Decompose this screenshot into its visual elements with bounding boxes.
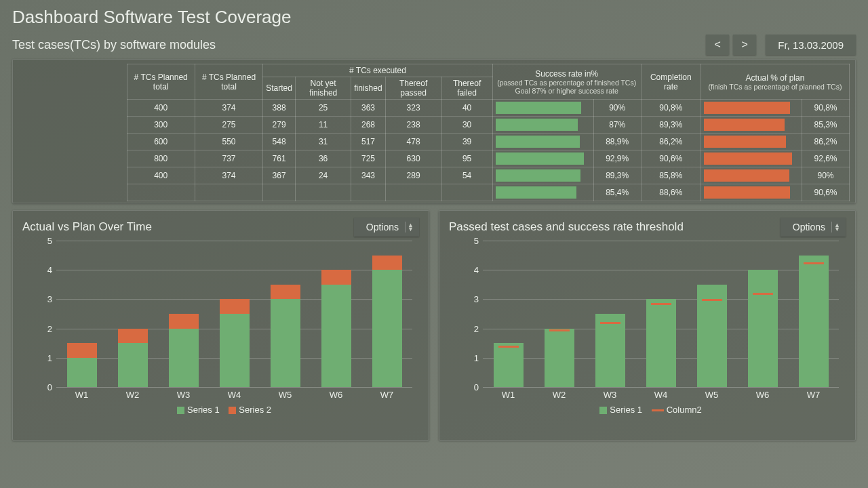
actual-title: Actual % of plan [704,73,846,83]
bar-group [158,241,209,387]
bar [321,270,351,387]
cell [263,184,296,201]
y-tick: 4 [474,265,479,275]
cell: 36 [295,150,351,167]
x-label: W3 [585,390,635,403]
chart-left-legend: Series 1 Series 2 [22,405,419,415]
cell: 11 [295,117,351,134]
x-label: W1 [56,390,107,403]
options-label: Options [793,222,825,232]
x-label: W6 [737,390,788,403]
cell [385,184,441,201]
bar [595,314,625,387]
cell: 323 [385,100,441,117]
cell: 548 [263,134,296,150]
cell [351,184,385,201]
subheader-bar: Test cases(TCs) by software modules < > … [12,35,856,55]
y-tick: 1 [47,352,52,363]
chart-left-panel: Actual vs Plan Over Time Options ▲▼ 0123… [12,210,429,441]
y-tick: 1 [474,352,479,363]
x-label: W3 [158,390,209,403]
col-planned2: # TCs Planned total [195,64,262,100]
plan-pct: 90,6% [802,184,850,201]
col-failed: Thereof failed [441,77,492,100]
plan-bar-cell [701,117,802,134]
bar-group [209,241,260,387]
plan-bar-cell [701,167,802,184]
cell: 54 [441,167,492,184]
y-tick: 0 [474,382,479,392]
threshold-marker [498,346,519,348]
cell: 95 [441,150,492,167]
x-label: W7 [361,390,412,403]
cell [18,167,127,184]
bar [545,329,574,387]
success-pct: 88,9% [593,134,641,150]
prev-button[interactable]: < [706,35,729,55]
bar-group [311,241,361,387]
cell [441,184,492,201]
plan-pct: 85,3% [802,117,850,134]
cell: 343 [351,167,385,184]
chart-left-title: Actual vs Plan Over Time [22,220,354,234]
success-bar-cell [492,100,593,117]
chart-right-options-button[interactable]: Options ▲▼ [781,218,846,237]
bar-group [585,241,635,387]
plan-pct: 90,8% [802,100,850,117]
chart-left-options-button[interactable]: Options ▲▼ [354,218,419,237]
options-label: Options [366,222,399,232]
next-button[interactable]: > [733,35,756,55]
col-started: Started [263,77,296,100]
cell: 600 [127,134,195,150]
table-row: 85,4%88,6%90,6% [18,184,850,201]
table-row: 800737761367256309592,9%90,6%92,6% [18,150,850,167]
bar-group [737,241,788,387]
x-label: W1 [483,390,534,403]
bar [748,270,778,387]
cell: 289 [385,167,441,184]
cell: 630 [385,150,441,167]
cell: 40 [441,100,492,117]
bar-group [788,241,839,387]
bar-group [361,241,412,387]
col-notfinished: Not yet finished [295,77,351,100]
y-tick: 0 [47,382,52,392]
success-pct: 89,3% [593,167,641,184]
plan-pct: 92,6% [802,150,850,167]
cell: 238 [385,117,441,134]
cell: 39 [441,134,492,150]
success-title: Success rate in% [496,69,638,79]
bar [271,285,300,387]
legend-s1: Series 1 [610,405,642,415]
y-tick: 3 [47,294,52,304]
plan-bar-cell [701,184,802,201]
plan-pct: 90% [802,167,850,184]
cell: 400 [127,167,195,184]
cell: 363 [351,100,385,117]
x-label: W4 [209,390,260,403]
threshold-marker [549,329,570,331]
plan-bar-cell [701,134,802,150]
cell [18,134,127,150]
cell: 24 [295,167,351,184]
actual-sub: (finish TCs as percentage of planned TCs… [704,83,846,91]
cell [295,184,351,201]
x-label: W2 [107,390,158,403]
success-pct: 92,9% [593,150,641,167]
bar-group [686,241,737,387]
success-bar-cell [492,150,593,167]
cell: 737 [195,150,262,167]
bar [372,256,402,387]
chart-left-plot: 012345W1W2W3W4W5W6W7 [22,241,419,403]
bar [118,329,148,387]
y-tick: 5 [47,236,52,246]
completion-cell: 88,6% [641,184,701,201]
cell: 30 [441,117,492,134]
date-display[interactable]: Fr, 13.03.2009 [766,35,856,55]
table-row: 400374367243432895489,3%85,8%90% [18,167,850,184]
cell [18,100,127,117]
success-bar-cell [492,167,593,184]
bar-group [534,241,585,387]
y-tick: 3 [474,294,479,304]
chevron-updown-icon: ▲▼ [834,223,840,231]
